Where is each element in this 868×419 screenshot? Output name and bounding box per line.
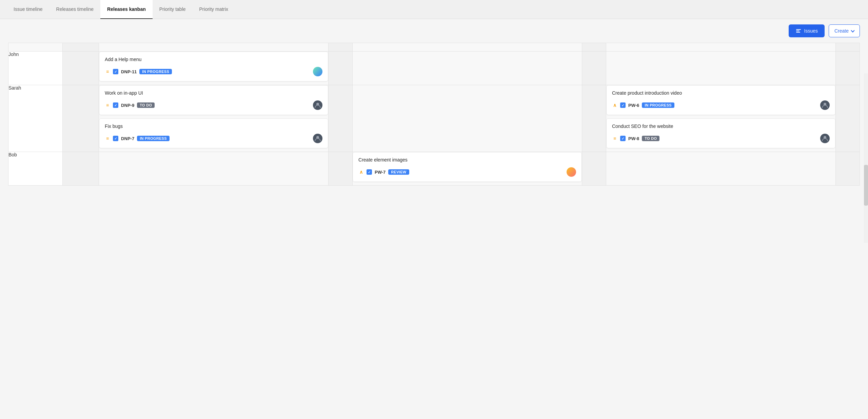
svg-rect-0 — [796, 29, 801, 30]
card[interactable]: Fix bugs DNP-7 IN PROGRESS — [99, 118, 328, 148]
kanban-cell — [606, 52, 835, 85]
row-header-john: John — [8, 52, 63, 85]
priority-medium-icon — [612, 136, 617, 141]
toolbar: Issues Create — [0, 19, 868, 43]
avatar — [313, 134, 322, 143]
priority-medium-icon — [105, 102, 110, 108]
status-badge: REVIEW — [388, 169, 409, 175]
card-title: Fix bugs — [105, 123, 322, 129]
task-checkbox — [113, 102, 118, 108]
chevron-down-icon — [851, 28, 854, 32]
status-badge: TO DO — [137, 102, 155, 108]
status-badge: IN PROGRESS — [139, 69, 172, 74]
table-row: Sarah Work on in-app UI DNP-9 TO DO — [8, 85, 860, 152]
card-meta: DNP-9 TO DO — [105, 100, 322, 110]
kanban-cell — [606, 152, 835, 186]
tab-priority-matrix[interactable]: Priority matrix — [193, 0, 235, 19]
create-button[interactable]: Create — [829, 24, 860, 37]
card[interactable]: Add a Help menu DNP-11 IN PROGRESS — [99, 52, 328, 81]
separator-cell — [582, 152, 606, 186]
tab-releases-timeline[interactable]: Releases timeline — [50, 0, 101, 19]
col-header-sep2 — [328, 43, 352, 52]
issues-icon — [795, 28, 802, 34]
separator-cell — [63, 52, 99, 85]
scrollbar-thumb[interactable] — [864, 165, 868, 206]
task-checkbox — [113, 69, 118, 74]
task-checkbox — [620, 102, 626, 108]
avatar — [820, 134, 830, 143]
col-header-2 — [353, 43, 582, 52]
tab-priority-table[interactable]: Priority table — [153, 0, 193, 19]
card-meta: PW-6 IN PROGRESS — [612, 100, 830, 110]
svg-rect-2 — [796, 32, 800, 33]
col-header-3 — [606, 43, 835, 52]
task-checkbox — [113, 136, 118, 141]
card[interactable]: Work on in-app UI DNP-9 TO DO — [99, 85, 328, 115]
card-title: Conduct SEO for the website — [612, 123, 830, 129]
row-header-sarah: Sarah — [8, 85, 63, 152]
col-header-sep1 — [63, 43, 99, 52]
separator-cell — [328, 52, 352, 85]
card[interactable]: Conduct SEO for the website PW-8 TO DO — [606, 118, 835, 148]
kanban-cell — [99, 152, 329, 186]
kanban-cell: Create product introduction video PW-6 I… — [606, 85, 835, 152]
row-header-bob: Bob — [8, 152, 63, 186]
task-checkbox — [620, 136, 626, 141]
separator-cell — [582, 85, 606, 152]
avatar — [313, 100, 322, 110]
card-meta: DNP-7 IN PROGRESS — [105, 134, 322, 143]
issues-button[interactable]: Issues — [789, 24, 825, 37]
kanban-cell: Work on in-app UI DNP-9 TO DO — [99, 85, 329, 152]
separator-cell — [63, 85, 99, 152]
card[interactable]: Create element images PW-7 REVIEW — [353, 152, 582, 182]
separator-cell — [582, 52, 606, 85]
task-checkbox — [367, 169, 372, 175]
col-header-person — [8, 43, 63, 52]
separator-cell — [835, 52, 860, 85]
kanban-table: John Add a Help menu DNP-11 IN PROGRESS — [8, 43, 860, 186]
priority-high-icon — [612, 102, 617, 108]
kanban-cell: Add a Help menu DNP-11 IN PROGRESS — [99, 52, 329, 85]
separator-cell — [328, 85, 352, 152]
card[interactable]: Create product introduction video PW-6 I… — [606, 85, 835, 115]
main-content: Issues Create — [0, 19, 868, 419]
card-meta: PW-8 TO DO — [612, 134, 830, 143]
card-title: Create element images — [358, 157, 576, 163]
table-row: Bob Create element images PW-7 — [8, 152, 860, 186]
separator-cell — [328, 152, 352, 186]
tab-releases-kanban[interactable]: Releases kanban — [100, 0, 153, 19]
status-badge: IN PROGRESS — [642, 102, 674, 108]
table-row: John Add a Help menu DNP-11 IN PROGRESS — [8, 52, 860, 85]
separator-cell — [835, 152, 860, 186]
kanban-cell: Create element images PW-7 REVIEW — [353, 152, 582, 186]
card-title: Work on in-app UI — [105, 90, 322, 96]
kanban-cell — [353, 85, 582, 152]
card-title: Add a Help menu — [105, 57, 322, 62]
card-meta: DNP-11 IN PROGRESS — [105, 67, 322, 76]
separator-cell — [835, 85, 860, 152]
priority-high-icon — [358, 169, 364, 175]
card-meta: PW-7 REVIEW — [358, 167, 576, 177]
card-title: Create product introduction video — [612, 90, 830, 96]
avatar — [567, 167, 576, 177]
col-header-sep3 — [582, 43, 606, 52]
col-header-1 — [99, 43, 329, 52]
status-badge: TO DO — [642, 136, 659, 141]
svg-rect-1 — [796, 31, 800, 31]
avatar — [820, 100, 830, 110]
tab-bar: Issue timeline Releases timeline Release… — [0, 0, 868, 19]
col-header-sep4 — [835, 43, 860, 52]
avatar — [313, 67, 322, 76]
priority-medium-icon — [105, 136, 110, 141]
separator-cell — [63, 152, 99, 186]
kanban-board: John Add a Help menu DNP-11 IN PROGRESS — [0, 43, 868, 186]
tab-issue-timeline[interactable]: Issue timeline — [7, 0, 50, 19]
scrollbar-track — [864, 73, 868, 243]
status-badge: IN PROGRESS — [137, 136, 170, 141]
kanban-cell — [353, 52, 582, 85]
priority-medium-icon — [105, 69, 110, 74]
